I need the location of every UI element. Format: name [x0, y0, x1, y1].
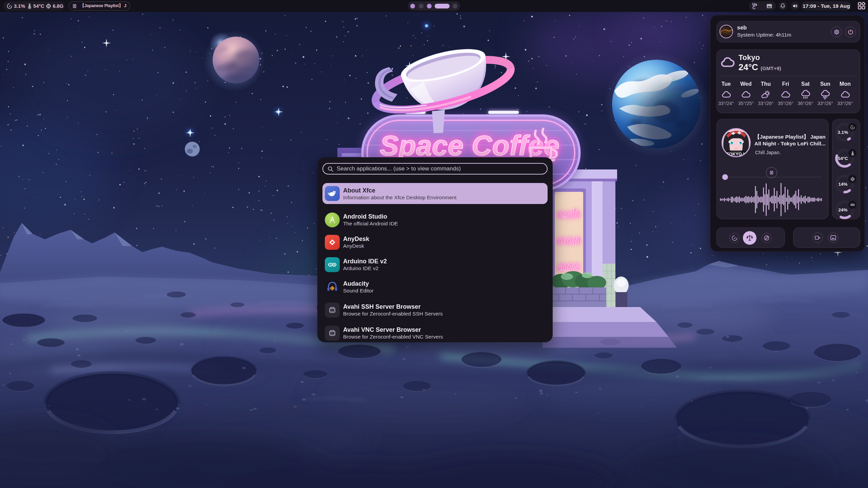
svg-text:TOKYO L: TOKYO L [726, 151, 746, 157]
svg-text:ans: ans [557, 259, 581, 273]
svg-text:oon: oon [556, 232, 581, 247]
svg-text:esh: esh [557, 206, 581, 221]
svg-text:Space Coffee: Space Coffee [380, 129, 560, 161]
